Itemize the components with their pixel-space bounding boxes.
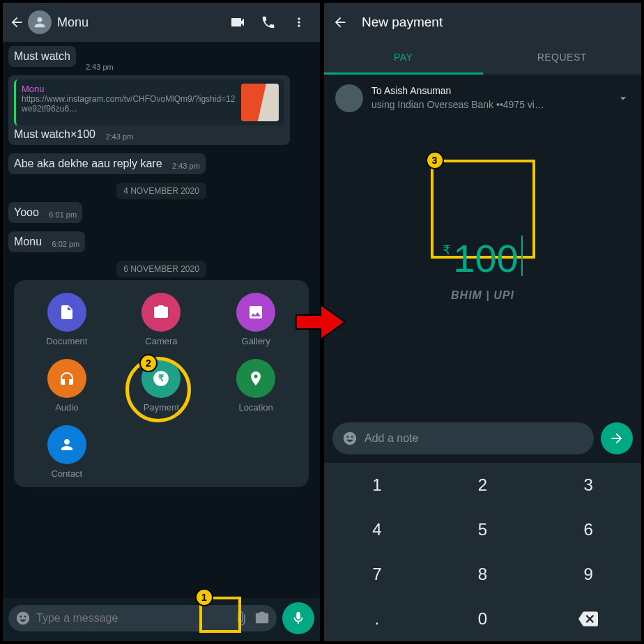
key-dot[interactable]: . [324,597,430,641]
tab-pay[interactable]: PAY [324,42,483,75]
tab-request[interactable]: REQUEST [483,42,642,75]
key-6[interactable]: 6 [535,507,641,552]
amount-value: 100 [453,236,518,281]
key-7[interactable]: 7 [324,552,430,597]
quoted-block: Monu https://www.instagram.com/tv/CHFOvo… [14,79,284,125]
contact-icon [47,425,86,464]
attach-document[interactable]: Document [22,293,112,346]
message-in[interactable]: Monu 6:02 pm [8,231,85,252]
attach-icon[interactable] [233,611,249,626]
date-separator: 6 NOVEMBER 2020 [8,262,314,275]
chat-screen: Monu Must watch 2:43 pm Monu https://www… [3,3,320,641]
message-in[interactable]: Yooo 6:01 pm [8,202,82,223]
recipient-to: To Asish Ansuman [371,84,608,98]
recipient-row[interactable]: To Asish Ansuman using Indian Overseas B… [324,75,641,122]
message-text: Must watch [14,50,70,62]
location-icon [236,359,275,398]
message-time: 6:01 pm [49,210,77,219]
contact-name[interactable]: Monu [57,15,222,30]
key-2[interactable]: 2 [430,463,536,507]
chat-body: Must watch 2:43 pm Monu https://www.inst… [3,42,320,598]
message-text: Abe aka dekhe aau reply kare [14,158,162,169]
message-text: Yooo [14,206,39,218]
key-3[interactable]: 3 [535,463,641,507]
key-9[interactable]: 9 [535,552,641,597]
message-time: 2:43 pm [172,162,200,170]
attach-contact[interactable]: Contact [22,425,112,479]
text-cursor [521,236,523,276]
back-icon[interactable] [8,14,25,31]
quoted-link: https://www.instagram.com/tv/CHFOvoMlQm9… [22,94,236,114]
message-in[interactable]: Must watch [8,46,76,67]
message-in[interactable]: Abe aka dekhe aau reply kare 2:43 pm [8,153,206,174]
quoted-thumbnail [241,84,279,121]
recipient-bank: using Indian Overseas Bank ••4975 vi… [371,98,608,112]
attach-location[interactable]: Location [211,359,300,413]
attach-gallery[interactable]: Gallery [211,293,300,346]
audio-icon [47,359,86,398]
attach-audio[interactable]: Audio [22,359,112,413]
chevron-down-icon[interactable] [616,91,630,105]
key-0[interactable]: 0 [430,597,536,641]
annotation-badge-3: 3 [426,151,444,169]
annotation-badge-2: 2 [139,354,158,372]
amount-display[interactable]: ₹ 100 [443,236,522,281]
amount-section: 3 ₹ 100 BHIM | UPI [324,122,641,415]
attachment-panel: Document Camera Gallery [14,280,309,487]
message-time: 2:43 pm [86,63,114,71]
note-input[interactable]: Add a note [332,422,594,454]
numeric-keypad: 1 2 3 4 5 6 7 8 9 . 0 [324,463,641,641]
gallery-icon [236,293,275,332]
message-quoted[interactable]: Monu https://www.instagram.com/tv/CHFOvo… [8,75,290,145]
voice-call-icon[interactable] [253,15,284,30]
key-1[interactable]: 1 [324,463,430,507]
emoji-icon[interactable] [342,431,358,446]
date-separator: 4 NOVEMBER 2020 [8,184,314,197]
attach-camera[interactable]: Camera [117,293,206,346]
note-row: Add a note [324,415,641,463]
payment-title: New payment [362,15,443,30]
note-placeholder: Add a note [365,432,418,445]
message-input-bar: 1 [3,598,320,641]
svg-text:₹: ₹ [158,373,164,383]
attach-payment[interactable]: ₹ Payment [117,359,206,413]
step-arrow [293,301,348,343]
key-5[interactable]: 5 [430,507,536,552]
message-text: Monu [14,236,42,247]
message-text-input[interactable] [36,612,228,624]
payment-body: To Asish Ansuman using Indian Overseas B… [324,75,641,641]
video-call-icon[interactable] [222,14,253,31]
message-time: 6:02 pm [52,240,79,248]
message-time: 2:43 pm [105,132,133,141]
currency-symbol: ₹ [443,243,450,258]
payment-tabs: PAY REQUEST [324,42,641,75]
annotation-badge-1: 1 [195,588,213,606]
document-icon [47,293,86,332]
payment-screen: New payment PAY REQUEST To Asish Ansuman… [324,3,641,641]
quoted-sender: Monu [22,84,236,94]
key-8[interactable]: 8 [430,552,536,597]
contact-avatar[interactable] [28,10,52,34]
emoji-icon[interactable] [15,611,31,626]
key-4[interactable]: 4 [324,507,430,552]
camera-input-icon[interactable] [254,611,270,626]
message-input[interactable] [8,605,277,631]
send-button[interactable] [601,422,633,454]
payment-header: New payment [324,3,641,42]
menu-icon[interactable] [284,15,314,29]
message-text: Must watch×100 [14,128,95,140]
recipient-avatar [335,84,363,112]
mic-button[interactable] [282,602,314,634]
camera-icon [141,293,181,332]
back-icon[interactable] [332,15,348,30]
chat-header: Monu [3,3,320,42]
key-backspace[interactable] [535,597,641,641]
upi-logo: BHIM | UPI [451,289,514,302]
